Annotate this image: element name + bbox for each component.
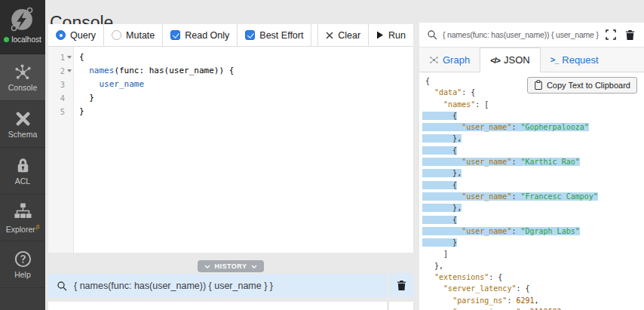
search-icon bbox=[57, 281, 67, 291]
editor-code-line: 5 } bbox=[48, 105, 413, 118]
dgraph-logo-icon bbox=[7, 3, 38, 35]
json-line: }, bbox=[425, 260, 644, 272]
beta-badge: β bbox=[36, 223, 40, 230]
query-mode-radio[interactable]: Query bbox=[48, 24, 104, 46]
json-line: "user_name": "Karthic Rao" bbox=[425, 156, 644, 167]
history-item-query[interactable]: { names(func: has(user_name)) { user_nam… bbox=[48, 274, 387, 297]
code-text: } bbox=[79, 105, 84, 118]
ratel-console-app: localhost Console Sche bbox=[0, 0, 644, 310]
history-item: { names(func: has(user_name)) { user_nam… bbox=[48, 274, 413, 297]
results-tabs: Graph </> JSON >_ Request bbox=[419, 48, 644, 72]
trash-icon bbox=[397, 280, 406, 291]
json-line: { bbox=[425, 180, 644, 191]
history-item-delete-button[interactable] bbox=[389, 274, 413, 297]
radio-selected-icon bbox=[56, 30, 66, 40]
sidebar-item-acl[interactable]: ACL bbox=[0, 148, 45, 195]
help-icon bbox=[14, 250, 32, 269]
clipboard-icon bbox=[534, 80, 543, 91]
chevron-down-icon bbox=[204, 265, 210, 269]
tab-json[interactable]: </> JSON bbox=[480, 48, 541, 72]
line-number: 5 bbox=[60, 105, 65, 118]
checkbox-checked-icon bbox=[170, 30, 180, 40]
json-lines: { "data": { "names": [ { bbox=[425, 75, 644, 310]
json-result-viewer[interactable]: { "data": { "names": [ { bbox=[419, 72, 644, 310]
sidebar-item-help[interactable]: Help bbox=[0, 241, 45, 288]
run-button[interactable]: Run bbox=[368, 24, 413, 46]
sidebar-item-label: Console bbox=[8, 84, 38, 92]
fullscreen-button[interactable] bbox=[604, 28, 618, 41]
copy-to-clipboard-button[interactable]: Copy Text to Clipboard bbox=[527, 77, 637, 94]
editor-code: 1 { 2 names(func: has(user_name)) { bbox=[48, 51, 413, 118]
executed-query-text: { names(func: has(user_name)) { user_nam… bbox=[443, 30, 599, 39]
query-panel: Query Mutate Read Only Best Effort Cle bbox=[48, 24, 413, 310]
json-line: } bbox=[425, 237, 644, 248]
terminal-icon: >_ bbox=[550, 55, 559, 64]
code-icon: </> bbox=[490, 56, 500, 65]
fold-chevron-down-icon[interactable] bbox=[65, 64, 73, 78]
line-number: 3 bbox=[60, 78, 65, 91]
sidebar: localhost Console Sche bbox=[0, 0, 45, 310]
json-line: "names": [ bbox=[425, 99, 644, 110]
editor-code-line: 4 } bbox=[48, 91, 413, 105]
search-icon bbox=[427, 29, 437, 40]
mutate-mode-radio[interactable]: Mutate bbox=[104, 24, 163, 46]
radio-unselected-icon bbox=[112, 30, 121, 40]
chevron-down-icon bbox=[251, 265, 257, 269]
json-line: "user_name": "Gopherpalooza" bbox=[425, 121, 644, 133]
code-text: user_name bbox=[79, 78, 144, 91]
server-status[interactable]: localhost bbox=[0, 0, 45, 54]
delete-result-button[interactable] bbox=[623, 28, 636, 41]
toolbar-spacer bbox=[311, 24, 317, 46]
read-only-checkbox[interactable]: Read Only bbox=[163, 24, 238, 46]
history-toggle-button[interactable]: HISTORY bbox=[198, 260, 263, 272]
json-line: { bbox=[425, 214, 644, 226]
json-line: }, bbox=[425, 133, 644, 144]
sidebar-item-label: ACL bbox=[15, 177, 30, 186]
json-line: }, bbox=[425, 167, 644, 179]
console-icon bbox=[14, 63, 32, 81]
editor-code-line: 1 { bbox=[48, 51, 413, 64]
play-icon bbox=[376, 31, 384, 39]
executed-query-bar: { names(func: has(user_name)) { user_nam… bbox=[419, 23, 644, 48]
line-number: 4 bbox=[60, 91, 65, 105]
editor-code-line: 3 user_name bbox=[48, 78, 413, 91]
tab-request[interactable]: >_ Request bbox=[541, 48, 609, 72]
json-line: "extensions": { bbox=[425, 272, 644, 283]
json-line: "parsing_ns": 6291, bbox=[425, 295, 644, 306]
server-label: localhost bbox=[4, 35, 41, 44]
json-line: { bbox=[425, 110, 644, 121]
checkbox-checked-icon bbox=[245, 30, 255, 40]
sidebar-item-console[interactable]: Console bbox=[0, 54, 45, 101]
close-icon bbox=[326, 32, 333, 39]
json-line: }, bbox=[425, 202, 644, 213]
tab-graph[interactable]: Graph bbox=[419, 48, 480, 72]
json-line: ] bbox=[425, 248, 644, 259]
connection-status-dot bbox=[4, 37, 9, 42]
trash-icon bbox=[625, 29, 635, 41]
json-line: "user_name": "Francesc Campoy" bbox=[425, 191, 644, 202]
sidebar-item-label: Explorerβ bbox=[6, 223, 40, 234]
acl-lock-icon bbox=[14, 156, 32, 175]
json-line: "processing_ns": 2118682, bbox=[425, 306, 644, 310]
clear-button[interactable]: Clear bbox=[317, 24, 368, 46]
sidebar-item-schema[interactable]: Schema bbox=[0, 101, 45, 148]
sidebar-item-label: Schema bbox=[8, 130, 38, 139]
code-text: names(func: has(user_name)) { bbox=[79, 64, 234, 78]
editor-code-line: 2 names(func: has(user_name)) { bbox=[48, 64, 413, 78]
fold-chevron-down-icon[interactable] bbox=[65, 51, 73, 64]
json-line: { bbox=[425, 145, 644, 156]
history-item-partial[interactable] bbox=[48, 302, 413, 310]
json-line: "user_name": "Dgraph Labs" bbox=[425, 226, 644, 237]
best-effort-checkbox[interactable]: Best Effort bbox=[238, 24, 311, 46]
schema-icon bbox=[14, 109, 32, 128]
sidebar-item-explorer[interactable]: Explorerβ bbox=[0, 195, 45, 241]
code-text: } bbox=[79, 91, 94, 105]
results-panel: { names(func: has(user_name)) { user_nam… bbox=[419, 23, 644, 310]
graph-icon bbox=[429, 55, 439, 65]
query-editor[interactable]: 1 { 2 names(func: has(user_name)) { bbox=[48, 47, 413, 253]
json-line: "server_latency": { bbox=[425, 283, 644, 294]
sidebar-item-label: Help bbox=[14, 271, 31, 279]
explorer-sitemap-icon bbox=[14, 201, 32, 220]
history-toggle-row: HISTORY bbox=[48, 260, 413, 272]
query-toolbar: Query Mutate Read Only Best Effort Cle bbox=[48, 24, 413, 47]
